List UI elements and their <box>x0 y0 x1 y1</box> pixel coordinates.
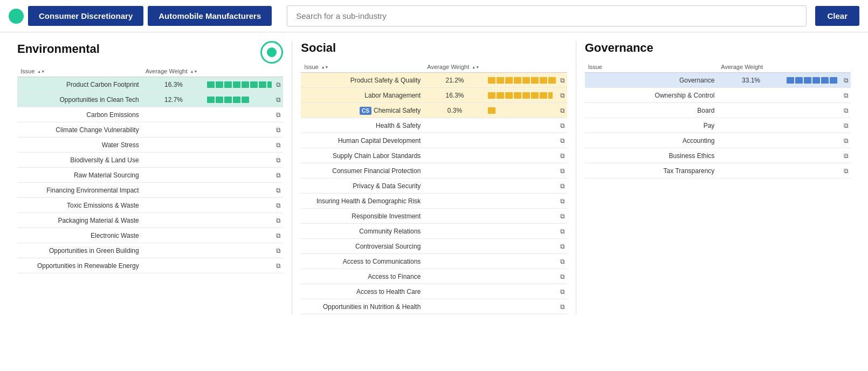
search-input[interactable] <box>287 5 807 26</box>
external-link-icon[interactable]: ⧉ <box>560 273 565 280</box>
bar-cell <box>486 299 558 314</box>
link-cell[interactable]: ⧉ <box>841 163 851 178</box>
link-cell[interactable]: ⧉ <box>274 153 283 168</box>
external-link-icon[interactable]: ⧉ <box>276 202 281 209</box>
brand-dot <box>9 9 24 24</box>
link-cell[interactable]: ⧉ <box>558 269 567 284</box>
link-cell[interactable]: ⧉ <box>841 88 851 103</box>
issue-cell: Opportunities in Nutrition & Health <box>301 299 424 314</box>
soc-weight-header[interactable]: Average Weight ▲▼ <box>424 61 485 73</box>
external-link-icon[interactable]: ⧉ <box>276 232 281 239</box>
environmental-circle-button[interactable] <box>260 41 283 64</box>
link-cell[interactable]: ⧉ <box>274 92 283 107</box>
governance-table: Issue Average Weight Governance 33.1% ⧉ … <box>585 61 851 178</box>
external-link-icon[interactable]: ⧉ <box>844 122 849 129</box>
external-link-icon[interactable]: ⧉ <box>844 167 849 175</box>
external-link-icon[interactable]: ⧉ <box>844 77 849 84</box>
external-link-icon[interactable]: ⧉ <box>844 92 849 99</box>
link-cell[interactable]: ⧉ <box>274 77 283 92</box>
link-cell[interactable]: ⧉ <box>274 258 283 273</box>
table-row: Raw Material Sourcing ⧉ <box>17 168 283 183</box>
link-cell[interactable]: ⧉ <box>558 88 567 103</box>
external-link-icon[interactable]: ⧉ <box>560 303 565 311</box>
issue-cell: Product Safety & Quality <box>301 73 424 88</box>
env-issue-header[interactable]: Issue ▲▼ <box>17 66 142 77</box>
consumer-discretionary-button[interactable]: Consumer Discretionary <box>28 6 143 26</box>
link-cell[interactable]: ⧉ <box>274 183 283 198</box>
link-cell[interactable]: ⧉ <box>558 209 567 224</box>
link-cell[interactable]: ⧉ <box>558 284 567 299</box>
external-link-icon[interactable]: ⧉ <box>844 137 849 145</box>
external-link-icon[interactable]: ⧉ <box>560 137 565 145</box>
env-bar-header <box>205 66 274 77</box>
link-cell[interactable]: ⧉ <box>558 163 567 178</box>
external-link-icon[interactable]: ⧉ <box>560 152 565 160</box>
external-link-icon[interactable]: ⧉ <box>276 156 281 164</box>
env-weight-header[interactable]: Average Weight ▲▼ <box>142 66 205 77</box>
external-link-icon[interactable]: ⧉ <box>276 217 281 224</box>
external-link-icon[interactable]: ⧉ <box>560 197 565 205</box>
external-link-icon[interactable]: ⧉ <box>276 141 281 149</box>
link-cell[interactable]: ⧉ <box>558 178 567 194</box>
table-row: Access to Finance ⧉ <box>301 269 567 284</box>
link-cell[interactable]: ⧉ <box>274 138 283 153</box>
external-link-icon[interactable]: ⧉ <box>560 182 565 190</box>
soc-issue-sort-icon[interactable]: ▲▼ <box>321 65 329 70</box>
external-link-icon[interactable]: ⧉ <box>276 262 281 270</box>
external-link-icon[interactable]: ⧉ <box>560 122 565 129</box>
external-link-icon[interactable]: ⧉ <box>560 243 565 250</box>
bar-cell <box>486 209 558 224</box>
external-link-icon[interactable]: ⧉ <box>844 107 849 114</box>
link-cell[interactable]: ⧉ <box>558 239 567 254</box>
external-link-icon[interactable]: ⧉ <box>276 96 281 104</box>
external-link-icon[interactable]: ⧉ <box>844 152 849 160</box>
weight-cell: 16.3% <box>424 88 485 103</box>
link-cell[interactable]: ⧉ <box>841 133 851 148</box>
issue-cell: Responsible Investment <box>301 209 424 224</box>
clear-button[interactable]: Clear <box>815 6 859 26</box>
link-cell[interactable]: ⧉ <box>274 107 283 122</box>
link-cell[interactable]: ⧉ <box>558 133 567 148</box>
external-link-icon[interactable]: ⧉ <box>560 92 565 99</box>
external-link-icon[interactable]: ⧉ <box>560 228 565 235</box>
external-link-icon[interactable]: ⧉ <box>560 77 565 84</box>
weight-sort-icon[interactable]: ▲▼ <box>190 70 198 74</box>
automobile-manufacturers-button[interactable]: Automobile Manufacturers <box>148 6 272 26</box>
soc-issue-header[interactable]: Issue ▲▼ <box>301 61 424 73</box>
link-cell[interactable]: ⧉ <box>274 243 283 258</box>
link-cell[interactable]: ⧉ <box>841 118 851 133</box>
external-link-icon[interactable]: ⧉ <box>560 258 565 265</box>
link-cell[interactable]: ⧉ <box>558 194 567 209</box>
link-cell[interactable]: ⧉ <box>558 118 567 133</box>
link-cell[interactable]: ⧉ <box>274 213 283 228</box>
link-cell[interactable]: ⧉ <box>841 148 851 163</box>
external-link-icon[interactable]: ⧉ <box>276 247 281 255</box>
link-cell[interactable]: ⧉ <box>558 73 567 88</box>
table-row: CSChemical Safety 0.3% ⧉ <box>301 103 567 118</box>
link-cell[interactable]: ⧉ <box>841 73 851 88</box>
link-cell[interactable]: ⧉ <box>558 148 567 163</box>
external-link-icon[interactable]: ⧉ <box>276 111 281 119</box>
external-link-icon[interactable]: ⧉ <box>276 81 281 88</box>
external-link-icon[interactable]: ⧉ <box>560 212 565 220</box>
link-cell[interactable]: ⧉ <box>841 103 851 118</box>
link-cell[interactable]: ⧉ <box>558 254 567 269</box>
external-link-icon[interactable]: ⧉ <box>560 167 565 175</box>
external-link-icon[interactable]: ⧉ <box>276 126 281 134</box>
link-cell[interactable]: ⧉ <box>558 299 567 314</box>
external-link-icon[interactable]: ⧉ <box>276 171 281 179</box>
link-cell[interactable]: ⧉ <box>558 224 567 239</box>
bar-cell <box>205 243 274 258</box>
link-cell[interactable]: ⧉ <box>274 198 283 213</box>
bar-cell <box>784 163 842 178</box>
link-cell[interactable]: ⧉ <box>558 103 567 118</box>
link-cell[interactable]: ⧉ <box>274 228 283 243</box>
external-link-icon[interactable]: ⧉ <box>560 288 565 296</box>
bar-cell <box>486 133 558 148</box>
external-link-icon[interactable]: ⧉ <box>560 107 565 114</box>
link-cell[interactable]: ⧉ <box>274 122 283 138</box>
issue-sort-icon[interactable]: ▲▼ <box>37 70 45 74</box>
external-link-icon[interactable]: ⧉ <box>276 187 281 194</box>
soc-weight-sort-icon[interactable]: ▲▼ <box>472 65 479 70</box>
link-cell[interactable]: ⧉ <box>274 168 283 183</box>
